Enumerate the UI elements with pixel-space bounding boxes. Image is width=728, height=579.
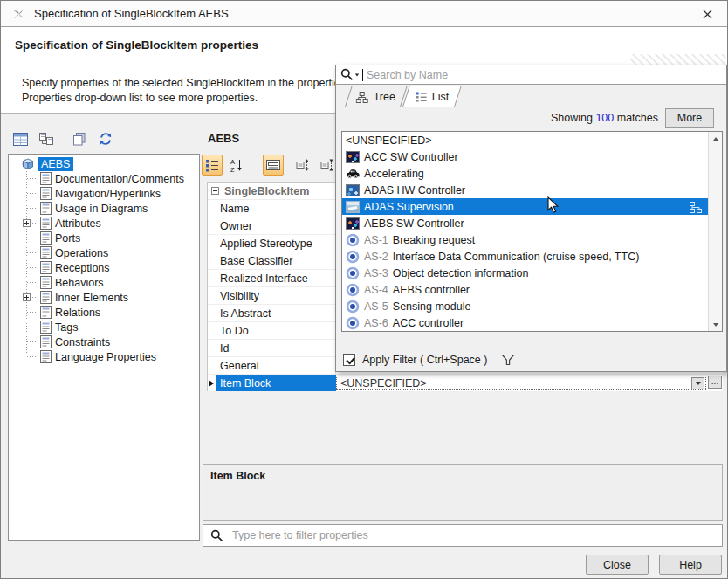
- collapse-nodes-icon: [320, 158, 334, 172]
- tree-item-ports[interactable]: Ports: [9, 231, 199, 245]
- thumb-dark-icon: [346, 151, 360, 163]
- tree-item-operations[interactable]: Operations: [9, 245, 199, 260]
- tree-item-relations[interactable]: Relations: [9, 305, 199, 320]
- combo-ellipsis-button[interactable]: ...: [708, 376, 722, 389]
- apply-filter-row: Apply Filter ( Ctrl+Space ): [343, 354, 515, 366]
- list-item-id: AS-2: [364, 251, 388, 263]
- selected-row-arrow-icon: [209, 380, 214, 387]
- list-scrollbar[interactable]: [708, 132, 722, 331]
- tree-item-label: Attributes: [55, 217, 101, 230]
- property-name: Name: [216, 200, 336, 217]
- tree-item-aebs[interactable]: AEBS: [9, 156, 199, 171]
- search-icon[interactable]: [340, 68, 354, 81]
- tree-item-language-properties[interactable]: Language Properties: [9, 349, 199, 364]
- tree-item-usage-in-diagrams[interactable]: Usage in Diagrams: [9, 201, 199, 216]
- tree-item-constraints[interactable]: Constraints: [9, 334, 199, 349]
- close-window-button[interactable]: [692, 3, 722, 24]
- requirement-icon: [346, 283, 360, 297]
- combo-dropdown-button[interactable]: [691, 377, 704, 389]
- property-value[interactable]: <UNSPECIFIED>...: [336, 375, 723, 391]
- tree-item-documentation-comments[interactable]: Documentation/Comments: [9, 171, 199, 186]
- expand-plus-icon[interactable]: [23, 293, 31, 301]
- property-row-item-block[interactable]: Item Block<UNSPECIFIED>...: [208, 375, 723, 392]
- dropdown-arrow-icon: [696, 382, 701, 385]
- expand-nodes-icon: [296, 158, 310, 172]
- tree-item-navigation-hyperlinks[interactable]: Navigation/Hyperlinks: [9, 186, 199, 201]
- expand-nodes-button[interactable]: [292, 155, 313, 176]
- list-item-object-detection-information[interactable]: AS-3Object detection information: [342, 265, 722, 281]
- match-count-number: 100: [595, 112, 614, 124]
- close-button[interactable]: Close: [586, 555, 649, 575]
- row-marker: [208, 252, 216, 269]
- item-block-value-combo[interactable]: <UNSPECIFIED>: [336, 376, 706, 390]
- document-icon: [40, 217, 52, 230]
- property-name: Visibility: [216, 287, 336, 304]
- list-item-id: AS-6: [364, 317, 388, 329]
- tab-list[interactable]: List: [402, 86, 462, 107]
- list-item-id: AS-4: [364, 284, 388, 296]
- show-description-button[interactable]: [263, 155, 284, 176]
- tree-item-label: Documentation/Comments: [55, 173, 184, 185]
- tree-item-label: Receptions: [55, 262, 110, 274]
- properties-filter-input[interactable]: [230, 528, 722, 542]
- categorize-button[interactable]: [202, 155, 223, 176]
- expand-plus-icon[interactable]: [23, 219, 31, 227]
- list-item-acc-sw-controller[interactable]: ACC SW Controller: [342, 148, 722, 165]
- refresh-button[interactable]: [95, 128, 116, 149]
- document-icon: [40, 261, 52, 274]
- list-item-label: Interface Data Communication (cruise spe…: [393, 251, 640, 263]
- tree-item-label: Behaviors: [55, 277, 104, 289]
- tree-item-tags[interactable]: Tags: [9, 320, 199, 334]
- list-item-label: Sensing module: [393, 300, 471, 313]
- document-icon: [40, 306, 52, 319]
- sort-alpha-button[interactable]: AZ: [226, 155, 247, 176]
- copy-icon: [72, 132, 86, 146]
- list-item-label: ADAS HW Controller: [364, 184, 465, 196]
- list-item-accelerating[interactable]: Accelerating: [342, 165, 722, 182]
- more-button[interactable]: More: [665, 108, 714, 128]
- property-description-box: Item Block: [203, 464, 723, 521]
- text-caret: [362, 69, 363, 81]
- row-marker: [208, 200, 216, 217]
- row-marker: [208, 235, 216, 252]
- list-item-aebs-sw-controller[interactable]: AEBS SW Controller: [342, 215, 722, 231]
- list-item-breaking-request[interactable]: AS-1Breaking request: [342, 231, 722, 248]
- tab-tree[interactable]: Tree: [345, 86, 408, 107]
- list-item-adas-hw-controller[interactable]: ADAS HW Controller: [342, 182, 722, 198]
- scroll-up-arrow[interactable]: [709, 132, 723, 145]
- list-item-interface-data-communication-cruise-speed-ttc[interactable]: AS-2Interface Data Communication (cruise…: [342, 248, 722, 265]
- document-icon: [40, 335, 52, 348]
- document-icon: [40, 231, 52, 245]
- row-marker: [208, 340, 216, 356]
- tree-toolbar: [10, 128, 116, 149]
- search-by-name-input[interactable]: [365, 68, 726, 82]
- collapse-section-icon[interactable]: [211, 187, 219, 195]
- combo-value-text: <UNSPECIFIED>: [337, 377, 691, 389]
- tree-item-inner-elements[interactable]: Inner Elements: [9, 290, 199, 305]
- row-marker: [208, 217, 216, 234]
- tree-item-attributes[interactable]: Attributes: [9, 216, 199, 231]
- search-options-arrow-icon[interactable]: [355, 73, 359, 76]
- list-item-aebs-controller[interactable]: AS-4AEBS controller: [342, 281, 722, 298]
- copy-button[interactable]: [69, 128, 90, 149]
- tree-item-receptions[interactable]: Receptions: [9, 260, 199, 275]
- row-marker: [208, 357, 216, 374]
- list-item-acc-controller[interactable]: AS-6ACC controller: [342, 314, 722, 331]
- specification-dialog: Specification of SingleBlockItem AEBS Sp…: [0, 0, 728, 579]
- property-name: Applied Stereotype: [216, 235, 336, 252]
- help-button[interactable]: Help: [659, 555, 722, 575]
- window-title: Specification of SingleBlockItem AEBS: [34, 7, 229, 20]
- property-name: Realized Interface: [216, 270, 336, 286]
- tree-item-behaviors[interactable]: Behaviors: [9, 275, 199, 290]
- tree-tab-label: Tree: [374, 91, 395, 103]
- list-item-sensing-module[interactable]: AS-5Sensing module: [342, 298, 722, 314]
- scroll-down-arrow[interactable]: [709, 318, 723, 331]
- apply-filter-checkbox[interactable]: [343, 354, 355, 366]
- tree-view-button[interactable]: [36, 128, 57, 149]
- list-item-adas-supervision[interactable]: ADAS Supervision: [342, 198, 722, 215]
- funnel-icon[interactable]: [501, 354, 515, 366]
- tree-item-label: Constraints: [55, 336, 110, 348]
- list-item-unspecified[interactable]: <UNSPECIFIED>: [342, 132, 722, 148]
- property-name: Item Block: [216, 375, 336, 391]
- properties-table-button[interactable]: [10, 128, 31, 149]
